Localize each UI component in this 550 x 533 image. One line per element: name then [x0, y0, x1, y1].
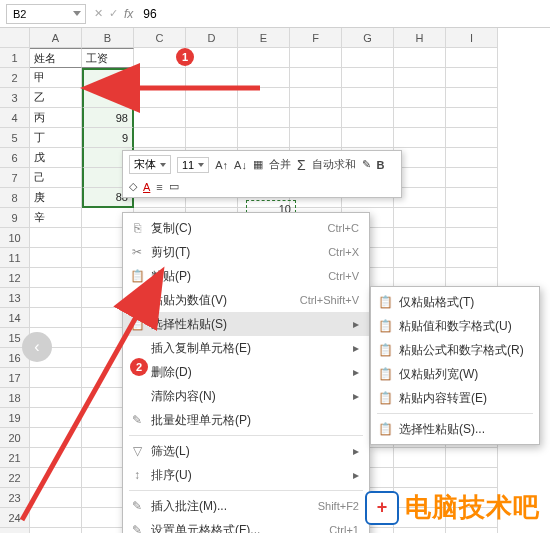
row-header[interactable]: 8 — [0, 188, 30, 208]
cell[interactable] — [446, 148, 498, 168]
cell[interactable] — [446, 248, 498, 268]
cell[interactable] — [446, 208, 498, 228]
bold-icon[interactable]: B — [377, 159, 385, 171]
row-header[interactable]: 18 — [0, 388, 30, 408]
cell[interactable] — [30, 468, 82, 488]
cell[interactable] — [446, 48, 498, 68]
cell[interactable] — [394, 48, 446, 68]
font-color-icon[interactable]: A — [143, 181, 150, 193]
cell[interactable] — [186, 128, 238, 148]
context-menu-item[interactable]: ✎批量处理单元格(P) — [123, 408, 369, 432]
cell[interactable] — [30, 488, 82, 508]
cell[interactable] — [30, 508, 82, 528]
cell-format-icon[interactable]: ▭ — [169, 180, 179, 193]
cell[interactable] — [446, 68, 498, 88]
row-header[interactable]: 21 — [0, 448, 30, 468]
decrease-font-icon[interactable]: A↓ — [234, 159, 247, 171]
autosum-label[interactable]: 自动求和 — [312, 157, 356, 172]
cell[interactable] — [30, 368, 82, 388]
cell[interactable]: 丁 — [30, 128, 82, 148]
cell[interactable] — [238, 68, 290, 88]
merge-button[interactable]: 合并 — [269, 157, 291, 172]
cell[interactable]: 丙 — [30, 108, 82, 128]
format-painter-icon[interactable]: ✎ — [362, 158, 371, 171]
submenu-item[interactable]: 📋仅粘贴格式(T) — [371, 290, 539, 314]
cell[interactable] — [446, 268, 498, 288]
col-header[interactable]: F — [290, 28, 342, 48]
cell[interactable] — [394, 88, 446, 108]
autosum-icon[interactable]: Σ — [297, 157, 306, 173]
row-header[interactable]: 13 — [0, 288, 30, 308]
fx-icon[interactable]: fx — [124, 7, 133, 21]
row-header[interactable]: 9 — [0, 208, 30, 228]
cell[interactable] — [30, 248, 82, 268]
cell[interactable] — [30, 228, 82, 248]
spreadsheet-grid[interactable]: A B C D E F G H I — [0, 28, 550, 48]
cell[interactable] — [238, 128, 290, 148]
cell[interactable] — [238, 88, 290, 108]
cell[interactable] — [30, 408, 82, 428]
cell[interactable] — [134, 68, 186, 88]
cell[interactable] — [290, 88, 342, 108]
cell[interactable] — [134, 108, 186, 128]
cell[interactable]: 9 — [82, 128, 134, 148]
row-header[interactable]: 12 — [0, 268, 30, 288]
cell[interactable] — [394, 108, 446, 128]
row-header[interactable]: 2 — [0, 68, 30, 88]
cell[interactable] — [30, 448, 82, 468]
row-header[interactable]: 6 — [0, 148, 30, 168]
cell[interactable] — [238, 108, 290, 128]
row-header[interactable]: 14 — [0, 308, 30, 328]
select-all-corner[interactable] — [0, 28, 30, 48]
border-icon[interactable]: ▦ — [253, 158, 263, 171]
row-header[interactable]: 24 — [0, 508, 30, 528]
col-header[interactable]: B — [82, 28, 134, 48]
col-header[interactable]: E — [238, 28, 290, 48]
context-menu-item[interactable]: ✎插入批注(M)...Shift+F2 — [123, 494, 369, 518]
row-header[interactable]: 15 — [0, 328, 30, 348]
cell[interactable] — [30, 288, 82, 308]
submenu-item[interactable]: 📋粘贴内容转置(E) — [371, 386, 539, 410]
col-header[interactable]: D — [186, 28, 238, 48]
cell[interactable] — [446, 128, 498, 148]
cell[interactable] — [394, 468, 446, 488]
row-header[interactable]: 23 — [0, 488, 30, 508]
row-header[interactable]: 5 — [0, 128, 30, 148]
align-icon[interactable]: ≡ — [156, 181, 162, 193]
cell[interactable]: 工资 — [82, 48, 134, 68]
confirm-icon[interactable]: ✓ — [109, 7, 118, 20]
cell[interactable] — [394, 248, 446, 268]
context-menu-item[interactable]: 粘贴为数值(V)Ctrl+Shift+V — [123, 288, 369, 312]
context-menu-item[interactable]: ✂剪切(T)Ctrl+X — [123, 240, 369, 264]
col-header[interactable]: H — [394, 28, 446, 48]
cell[interactable] — [342, 88, 394, 108]
context-menu-item[interactable]: ↕排序(U)▸ — [123, 463, 369, 487]
col-header[interactable]: C — [134, 28, 186, 48]
cell[interactable] — [186, 108, 238, 128]
formula-input[interactable] — [141, 5, 201, 23]
row-header[interactable]: 3 — [0, 88, 30, 108]
cell[interactable] — [186, 68, 238, 88]
cell[interactable] — [394, 268, 446, 288]
cell[interactable] — [30, 528, 82, 533]
cell[interactable]: 乙 — [30, 88, 82, 108]
context-menu-item[interactable]: 插入复制单元格(E)▸ — [123, 336, 369, 360]
col-header[interactable]: I — [446, 28, 498, 48]
context-menu-item[interactable]: ▽筛选(L)▸ — [123, 439, 369, 463]
cell[interactable] — [134, 128, 186, 148]
name-box[interactable]: B2 — [6, 4, 86, 24]
cell[interactable] — [290, 108, 342, 128]
cell[interactable] — [238, 48, 290, 68]
row-header[interactable]: 1 — [0, 48, 30, 68]
cell[interactable] — [30, 308, 82, 328]
submenu-item[interactable]: 📋选择性粘贴(S)... — [371, 417, 539, 441]
row-header[interactable]: 20 — [0, 428, 30, 448]
cell[interactable] — [30, 388, 82, 408]
row-header[interactable]: 25 — [0, 528, 30, 533]
row-header[interactable]: 19 — [0, 408, 30, 428]
cell[interactable]: 60 — [82, 88, 134, 108]
cancel-icon[interactable]: ✕ — [94, 7, 103, 20]
cell[interactable] — [290, 48, 342, 68]
increase-font-icon[interactable]: A↑ — [215, 159, 228, 171]
context-menu-item[interactable]: 清除内容(N)▸ — [123, 384, 369, 408]
